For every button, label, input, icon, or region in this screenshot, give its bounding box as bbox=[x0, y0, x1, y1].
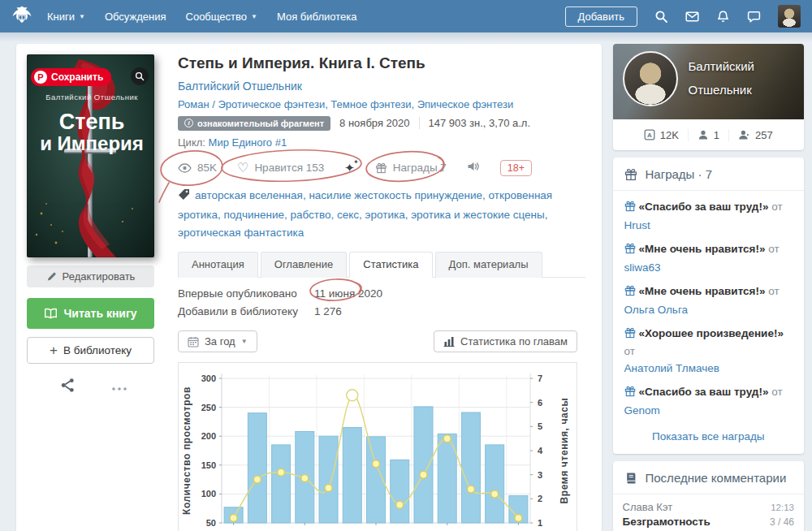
divider bbox=[419, 117, 420, 129]
author-friends[interactable]: 1 bbox=[688, 129, 728, 141]
first-published-label: Впервые опубликовано bbox=[178, 287, 314, 300]
pinterest-save-button[interactable]: P Сохранить bbox=[31, 68, 111, 86]
top-nav-bar: Книги▼ Обсуждения Сообщество▼ Моя библио… bbox=[0, 0, 812, 32]
gift-icon bbox=[624, 284, 636, 301]
book-cover[interactable]: Балтийский Отшельник Степь и Империя P С… bbox=[27, 54, 154, 257]
calendar-icon bbox=[188, 336, 199, 348]
audio-icon[interactable] bbox=[467, 161, 480, 175]
messages-icon[interactable] bbox=[685, 10, 699, 24]
share-icon[interactable] bbox=[60, 378, 76, 396]
genres-links[interactable]: Роман / Эротическое фэнтези, Темное фэнт… bbox=[178, 98, 585, 110]
awards-counter[interactable]: Награды 7 bbox=[375, 162, 447, 174]
award-item: «Спасибо за ваш труд!» от Genom bbox=[624, 384, 793, 418]
eye-icon bbox=[178, 163, 192, 173]
award-user-link[interactable]: Ольга Ольга bbox=[624, 302, 793, 318]
svg-text:7: 7 bbox=[538, 373, 542, 383]
recent-comments-widget: Последние комментарии Слава Кэт12:13 Без… bbox=[613, 461, 805, 531]
svg-text:5: 5 bbox=[538, 422, 542, 432]
svg-text:A: A bbox=[647, 132, 652, 139]
pencil-icon bbox=[46, 271, 57, 282]
svg-text:3: 3 bbox=[538, 470, 542, 480]
age-rating-badge: 18+ bbox=[500, 160, 532, 176]
author-text-volume[interactable]: A 12K bbox=[635, 129, 688, 141]
award-user-link[interactable]: Genom bbox=[624, 403, 793, 419]
author-card: Балтийский Отшельник A 12K 1 257 bbox=[613, 44, 805, 150]
gift-icon bbox=[624, 167, 637, 181]
chapter-stats-button[interactable]: Статистика по главам bbox=[434, 330, 577, 352]
open-book-icon bbox=[44, 308, 58, 320]
svg-text:300: 300 bbox=[201, 373, 216, 383]
sidebar: Балтийский Отшельник A 12K 1 257 bbox=[613, 44, 805, 531]
author-subscribers[interactable]: 257 bbox=[728, 129, 782, 141]
author-stats-bar: A 12K 1 257 bbox=[613, 119, 805, 150]
publish-date: 8 ноября 2020 bbox=[339, 117, 409, 129]
nav-books[interactable]: Книги▼ bbox=[47, 11, 85, 23]
award-item: «Спасибо за ваш труд!» от Hrust bbox=[624, 199, 793, 233]
tags-links[interactable]: авторская вселенная, насилие жестокость … bbox=[178, 189, 552, 239]
svg-text:1: 1 bbox=[538, 518, 542, 528]
award-item: «Мне очень нравится!» от sliwa63 bbox=[624, 241, 793, 275]
site-logo[interactable] bbox=[10, 4, 34, 28]
more-options-icon[interactable] bbox=[111, 380, 127, 395]
cycle-row: Цикл: Мир Единого #1 bbox=[178, 136, 585, 149]
book-page-card: Балтийский Отшельник Степь и Империя P С… bbox=[16, 44, 602, 531]
add-to-library-button[interactable]: + В библиотеку bbox=[27, 337, 154, 364]
edit-button[interactable]: Редактировать bbox=[27, 266, 154, 287]
user-avatar[interactable] bbox=[778, 5, 801, 28]
likes-counter[interactable]: ♡ Нравится 153 bbox=[237, 162, 324, 175]
period-selector-button[interactable]: За год ▼ bbox=[178, 330, 257, 352]
heart-icon: ♡ bbox=[237, 162, 248, 175]
tags-row: авторская вселенная, насилие жестокость … bbox=[178, 187, 585, 242]
add-button[interactable]: Добавить bbox=[565, 6, 637, 27]
author-banner: Балтийский Отшельник bbox=[613, 44, 805, 119]
tab-contents[interactable]: Оглавление bbox=[261, 252, 347, 278]
gift-icon bbox=[624, 326, 636, 343]
comments-header: Последние комментарии bbox=[613, 461, 805, 494]
book-tabs: Аннотация Оглавление Статистика Доп. мат… bbox=[178, 252, 585, 278]
visual-search-lens-icon[interactable] bbox=[131, 67, 149, 85]
comment-item[interactable]: Слава Кэт12:13 Безграмотность3 / 46 bbox=[613, 494, 805, 531]
chevron-down-icon: ▼ bbox=[251, 13, 257, 20]
subscribers-icon bbox=[738, 129, 750, 140]
journal-icon bbox=[624, 472, 637, 485]
added-library-value: 1 276 bbox=[314, 305, 342, 317]
gift-icon bbox=[624, 200, 636, 217]
svg-text:6: 6 bbox=[538, 398, 542, 408]
nav-my-library[interactable]: Моя библиотека bbox=[277, 11, 356, 23]
award-user-link[interactable]: sliwa63 bbox=[624, 260, 793, 276]
award-item: «Хорошее произведение!» от Анатолий Тлма… bbox=[624, 326, 793, 376]
statistics-info: Впервые опубликовано 11 июня 2020 Добави… bbox=[178, 287, 585, 317]
show-all-awards-link[interactable]: Показать все награды bbox=[613, 418, 805, 454]
svg-text:Количество просмотров: Количество просмотров bbox=[181, 386, 192, 515]
bar-chart-icon bbox=[443, 336, 455, 347]
first-published-value: 11 июня 2020 bbox=[314, 287, 382, 300]
tab-annotation[interactable]: Аннотация bbox=[178, 252, 258, 278]
tag-icon bbox=[178, 188, 190, 206]
book-author-link[interactable]: Балтийский Отшельник bbox=[178, 80, 302, 93]
nav-discussions[interactable]: Обсуждения bbox=[105, 11, 166, 23]
svg-text:100: 100 bbox=[201, 490, 216, 499]
main-nav: Книги▼ Обсуждения Сообщество▼ Моя библио… bbox=[47, 11, 356, 23]
sparkles-icon[interactable]: ✦✦ bbox=[344, 161, 355, 175]
added-library-label: Добавили в библиотеку bbox=[178, 305, 314, 317]
award-item: «Мне очень нравится!» от Ольга Ольга bbox=[624, 283, 793, 317]
awards-header: Награды · 7 bbox=[613, 158, 805, 191]
award-user-link[interactable]: Hrust bbox=[624, 218, 793, 234]
cycle-link[interactable]: Мир Единого #1 bbox=[209, 136, 287, 149]
author-avatar[interactable] bbox=[623, 51, 678, 106]
chevron-down-icon: ▼ bbox=[79, 13, 85, 20]
author-name-link[interactable]: Балтийский Отшельник bbox=[689, 54, 754, 102]
svg-text:200: 200 bbox=[201, 432, 216, 442]
gift-icon bbox=[375, 162, 387, 174]
notifications-bell-icon[interactable] bbox=[716, 10, 730, 24]
nav-community[interactable]: Сообщество▼ bbox=[186, 11, 257, 23]
tab-statistics[interactable]: Статистика bbox=[349, 252, 432, 278]
chat-icon[interactable] bbox=[747, 10, 761, 24]
pinterest-icon: P bbox=[34, 71, 47, 84]
tab-extras[interactable]: Доп. материалы bbox=[435, 252, 542, 278]
search-icon[interactable] bbox=[654, 10, 668, 24]
award-user-link[interactable]: Анатолий Тлмачев bbox=[624, 360, 793, 377]
friends-icon bbox=[698, 129, 709, 140]
read-book-button[interactable]: Читать книгу bbox=[27, 298, 154, 329]
book-title: Степь и Империя. Книга I. Степь bbox=[178, 54, 585, 73]
